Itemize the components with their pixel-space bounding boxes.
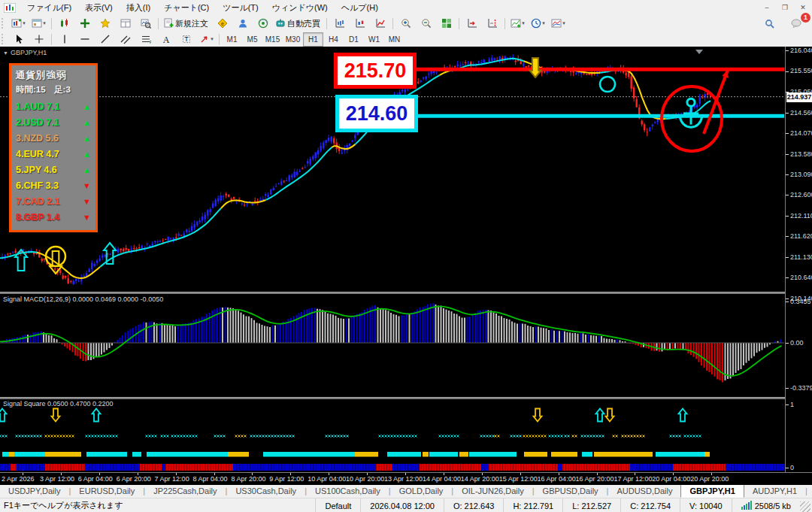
zoom-in-button[interactable]: [395, 16, 416, 31]
date-label: 9 Apr 12:00: [269, 475, 304, 483]
timeframe-m30[interactable]: M30: [283, 32, 303, 47]
autotrading-button[interactable]: 自動売買: [273, 16, 324, 31]
timeframe-m1[interactable]: M1: [222, 32, 242, 47]
horizontal-line-tool[interactable]: [74, 32, 95, 47]
text-tool[interactable]: A: [156, 32, 176, 47]
strength-row-nzd: 3.NZD 5.6▲: [16, 130, 91, 146]
menu-insert[interactable]: 挿入(I): [120, 1, 157, 15]
strategy-tester-button[interactable]: [135, 16, 156, 31]
timeframe-m15[interactable]: M15: [262, 32, 283, 47]
metaeditor-button[interactable]: e: [212, 16, 232, 31]
toolbar-grip[interactable]: [2, 18, 6, 29]
toolbar-separator: [326, 18, 327, 29]
periods-button[interactable]: ▾: [528, 16, 548, 31]
dropdown-caret-icon[interactable]: ▾: [43, 20, 46, 26]
zoom-out-button[interactable]: [416, 16, 436, 31]
current-price-box: 214.937: [786, 92, 812, 102]
strength-row-aud: 1.AUD 7.1▲: [16, 98, 91, 114]
search-button[interactable]: [759, 16, 780, 31]
timeframe-h1[interactable]: H1: [303, 32, 323, 47]
macd-indicator-chart[interactable]: [0, 293, 785, 397]
status-low: L: 212.527: [562, 498, 620, 512]
crosshair-tool[interactable]: [29, 32, 49, 47]
dropdown-caret-icon[interactable]: ▾: [522, 20, 525, 26]
fibonacci-tool[interactable]: F: [135, 32, 156, 47]
date-label: 6 Apr 20:00: [117, 475, 151, 483]
toolbar-separator: [51, 34, 52, 45]
bar-chart-button[interactable]: [329, 16, 350, 31]
chart-tab-us100cash-daily[interactable]: US100Cash,Daily: [307, 484, 389, 498]
new-order-button[interactable]: 新規注文: [161, 16, 212, 31]
market-watch-button[interactable]: [54, 16, 74, 31]
menu-view[interactable]: 表示(V): [78, 1, 120, 15]
close-button[interactable]: ✕: [794, 2, 812, 14]
trendline-tool[interactable]: [95, 32, 115, 47]
new-chart-button[interactable]: ▾: [8, 16, 29, 31]
timeframe-w1[interactable]: W1: [364, 32, 384, 47]
hline-icon: [80, 34, 90, 44]
chart-tab-eurusd-daily[interactable]: EURUSD,Daily: [71, 484, 143, 498]
signals-button[interactable]: [253, 16, 273, 31]
tile-windows-button[interactable]: [436, 16, 456, 31]
label-tool[interactable]: T: [176, 32, 196, 47]
navigator-button[interactable]: [95, 16, 115, 31]
timeframe-mn[interactable]: MN: [384, 32, 404, 47]
macd-tick: 0.3455: [786, 298, 812, 305]
navigator-icon: [100, 18, 111, 29]
restore-button[interactable]: ❐: [776, 2, 794, 14]
chart-tab-gbpjpy-h1[interactable]: GBPJPY,H1: [680, 484, 744, 498]
chart-tab-usdjpy-h1[interactable]: USDJPY,H1: [807, 484, 812, 498]
price-axis[interactable]: 216.040215.550215.050214.560214.070213.5…: [785, 47, 812, 472]
market-watch-icon: [59, 18, 70, 29]
candle-chart-button[interactable]: [350, 16, 370, 31]
autotrading-icon: [275, 18, 286, 29]
dropdown-caret-icon[interactable]: ▾: [23, 20, 26, 26]
menu-tools[interactable]: ツール(T): [216, 1, 265, 15]
chart-area[interactable]: ▼GBPJPY,H1 通貨別強弱 時間:15 足:3 1.AUD 7.1▲2.U…: [0, 47, 812, 472]
chart-symbol-collapse-icon[interactable]: ▼: [3, 50, 8, 56]
timeframe-m5[interactable]: M5: [242, 32, 262, 47]
dropdown-caret-icon[interactable]: ▾: [562, 20, 565, 26]
indicators-button[interactable]: ▾: [508, 16, 528, 31]
toolbar-separator: [219, 34, 220, 45]
chart-tab-oil-jun26-daily[interactable]: OIL-JUN26,Daily: [453, 484, 532, 498]
svg-text:A: A: [162, 35, 169, 45]
profiles-button[interactable]: ▾: [29, 16, 49, 31]
signal-square-chart[interactable]: [0, 398, 785, 472]
vertical-line-tool[interactable]: [54, 32, 74, 47]
toolbar-grip2[interactable]: [2, 34, 6, 44]
chart-tab-gbpusd-daily[interactable]: GBPUSD,Daily: [535, 484, 607, 498]
timeframe-h4[interactable]: H4: [323, 32, 344, 47]
notifications-button[interactable]: 1: [786, 16, 806, 31]
data-window-icon: [80, 18, 90, 29]
chart-tab-audusd-daily[interactable]: AUDUSD,Daily: [608, 484, 680, 498]
chart-tab-jp225cash-daily[interactable]: JP225Cash,Daily: [145, 484, 225, 498]
terminal-button[interactable]: [115, 16, 135, 31]
menu-charts[interactable]: チャート(C): [157, 1, 216, 15]
chart-shift-button[interactable]: [482, 16, 502, 31]
dropdown-caret-icon[interactable]: ▾: [211, 36, 214, 42]
minimize-button[interactable]: –: [758, 2, 776, 14]
templates-button[interactable]: ▾: [548, 16, 568, 31]
dropdown-caret-icon[interactable]: ▾: [542, 20, 545, 26]
arrows-tool[interactable]: ▾: [196, 32, 217, 47]
auto-scroll-button[interactable]: [462, 16, 482, 31]
macd-label: Signal MACD(12,26,9) 0.0000 0.0469 0.000…: [3, 295, 163, 303]
cursor-tool[interactable]: [8, 32, 29, 47]
chart-tab-audjpy-h1[interactable]: AUDJPY,H1: [744, 484, 805, 498]
menu-file[interactable]: ファイル(F): [20, 1, 78, 15]
menu-help[interactable]: ヘルプ(H): [335, 1, 385, 15]
community-button[interactable]: [232, 16, 253, 31]
line-chart-button[interactable]: [370, 16, 390, 31]
date-axis[interactable]: 2 Apr 20263 Apr 12:006 Apr 04:006 Apr 20…: [0, 472, 812, 485]
price-tick: 211.130: [786, 253, 812, 261]
chart-tab-usdjpy-daily[interactable]: USDJPY,Daily: [0, 484, 69, 498]
resize-grip[interactable]: [800, 501, 810, 512]
chart-tab-gold-daily[interactable]: GOLD,Daily: [391, 484, 452, 498]
channel-tool[interactable]: [115, 32, 135, 47]
chart-tab-us30cash-daily[interactable]: US30Cash,Daily: [227, 484, 304, 498]
timeframe-d1[interactable]: D1: [344, 32, 364, 47]
data-window-button[interactable]: [74, 16, 95, 31]
price-tick: 210.640: [786, 274, 812, 281]
menu-window[interactable]: ウィンドウ(W): [265, 1, 335, 15]
